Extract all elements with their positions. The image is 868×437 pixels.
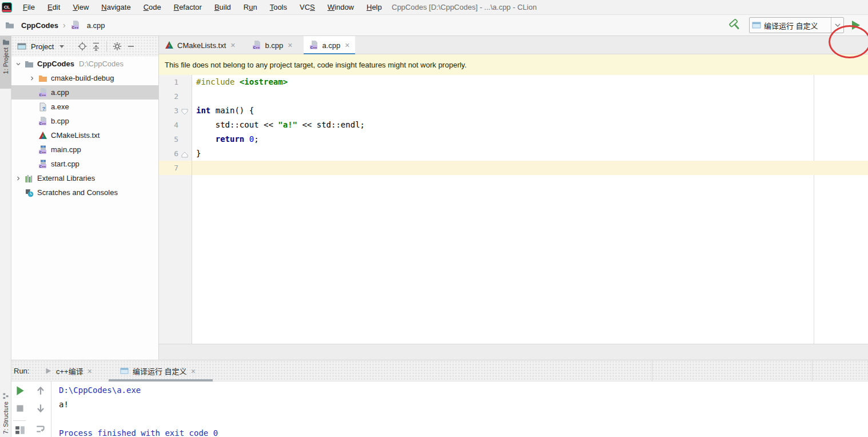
tree-item-a-exe[interactable]: ? a.exe [11,100,158,114]
tree-item-start-cpp[interactable]: C++ start.cpp [11,157,158,171]
tree-item-b-cpp[interactable]: C++ b.cpp [11,114,158,128]
line-number: 6 [159,146,178,161]
code-line-2[interactable]: 2 [159,89,868,104]
code-text: } [196,146,201,161]
fold-marker-icon[interactable] [181,149,189,158]
excluded-folder-icon [38,74,48,83]
tree-item-label: Scratches and Consoles [37,188,118,197]
breadcrumb-file[interactable]: a.cpp [87,21,105,30]
header-separator [106,41,107,51]
stripe-project-button[interactable]: 1: Project [0,36,11,89]
chevron-right-icon[interactable] [13,174,24,183]
tab-label: b.cpp [265,41,283,50]
banner-text: This file does not belong to any project… [165,61,467,69]
close-icon[interactable]: × [345,41,349,50]
code-line-1[interactable]: 1#include <iostream> [159,75,868,89]
menu-view[interactable]: View [66,0,95,15]
tree-item-external-libraries[interactable]: External Libraries [11,171,158,185]
menu-run[interactable]: Run [237,0,264,15]
tab-b-cpp[interactable]: C++ b.cpp × [246,36,298,54]
code-editor[interactable]: 1#include <iostream>23int main() {4 std:… [159,75,868,344]
menu-refactor[interactable]: Refactor [168,0,208,15]
settings-gear-button[interactable] [113,42,122,51]
tab-label: CMakeLists.txt [177,41,226,50]
cmake-icon [38,131,48,140]
menu-navigate[interactable]: Navigate [95,0,137,15]
run-tab-label: c++编译 [56,366,83,376]
tree-item-a-cpp[interactable]: C++ a.cpp [11,85,158,100]
tree-spacer [13,188,24,197]
tree-item-cppcodes-root[interactable]: CppCodes D:\CppCodes [11,57,158,71]
run-button[interactable] [850,19,861,31]
project-panel-header: Project [11,36,158,57]
project-view-dropdown-icon[interactable] [59,45,64,48]
menu-edit[interactable]: Edit [41,0,66,15]
run-console-toolbar [11,382,51,437]
menu-help[interactable]: Help [360,0,388,15]
close-icon[interactable]: × [230,41,235,50]
code-line-5[interactable]: 5 return 0; [159,132,868,146]
menu-tools[interactable]: Tools [264,0,293,15]
tree-item-cmake-build-debug[interactable]: cmake-build-debug [11,71,158,85]
tab-a-cpp[interactable]: C++ a.cpp × [304,36,355,54]
locate-file-button[interactable] [78,42,87,51]
tree-item-cmakelists[interactable]: CMakeLists.txt [11,128,158,142]
console-line: a! [59,398,69,412]
run-tab-label: 编译运行 自定义 [133,366,187,376]
toolbar-divider [13,420,26,421]
menu-build[interactable]: Build [208,0,237,15]
restore-layout-button[interactable] [15,425,25,435]
code-line-7[interactable]: 7 [159,161,868,175]
menu-vcs[interactable]: VCS [293,0,321,15]
stripe-structure-button[interactable]: 7: Structure [0,390,11,437]
cpp-file-icon: C++ [252,41,261,50]
stripe-project-label: 1: Project [2,47,9,74]
stop-button[interactable] [15,403,25,414]
code-line-3[interactable]: 3int main() { [159,104,868,118]
collapse-all-button[interactable] [91,42,101,51]
project-folder-icon [2,39,10,45]
panel-splitter[interactable] [158,36,159,360]
menu-code[interactable]: Code [137,0,168,15]
app-window-icon [752,21,761,30]
close-icon[interactable]: × [288,41,292,50]
cpp-file-icon: C++ [38,88,48,97]
hide-panel-button[interactable] [126,42,136,51]
tree-item-scratches[interactable]: Scratches and Consoles [11,185,158,200]
tree-item-main-cpp[interactable]: C++ main.cpp [11,142,158,157]
fold-marker-icon[interactable] [181,106,189,115]
code-line-4[interactable]: 4 std::cout << "a!" << std::endl; [159,118,868,132]
console-output[interactable]: D:\CppCodes\a.exea!Process finished with… [59,382,859,437]
project-panel-title[interactable]: Project [31,42,54,51]
navigation-toolbar: CppCodes › C++ a.cpp 编译运行 自定义 [0,15,868,36]
soft-wrap-button[interactable] [35,424,46,434]
run-tab-compile[interactable]: c++编译 × [45,360,92,382]
editor-area: CMakeLists.txt × C++ b.cpp × C++ a.cpp ×… [159,36,868,360]
close-icon[interactable]: × [191,367,196,376]
down-stack-trace-button[interactable] [35,403,46,414]
line-number: 7 [159,161,178,175]
run-config-dropdown-arrow[interactable] [831,18,843,33]
project-tree: CppCodes D:\CppCodes cmake-build-debug C… [11,57,158,200]
close-icon[interactable]: × [87,367,92,376]
menu-file[interactable]: File [17,0,41,15]
code-line-6[interactable]: 6} [159,146,868,161]
breadcrumb-project[interactable]: CppCodes [21,21,58,30]
tree-item-label: External Libraries [37,174,95,182]
editor-bottom-bar [159,344,868,360]
run-tab-custom[interactable]: 编译运行 自定义 × [120,360,196,382]
stripe-structure-label: 7: Structure [2,402,9,434]
menu-window[interactable]: Window [321,0,360,15]
up-stack-trace-button[interactable] [35,386,46,396]
rerun-button[interactable] [15,386,25,396]
tab-cmakelists[interactable]: CMakeLists.txt × [159,36,241,54]
chevron-down-icon[interactable] [13,59,24,69]
menu-bar: CL FileEditViewNavigateCodeRefactorBuild… [0,0,868,15]
run-panel-title: Run: [14,360,29,382]
build-hammer-button[interactable] [728,18,742,32]
chevron-right-icon[interactable] [26,74,38,83]
cpp-file-icon: C++ [38,117,48,126]
clion-window: CL FileEditViewNavigateCodeRefactorBuild… [0,0,868,437]
tree-item-label: b.cpp [51,117,69,125]
run-config-selector[interactable]: 编译运行 自定义 [749,17,844,33]
